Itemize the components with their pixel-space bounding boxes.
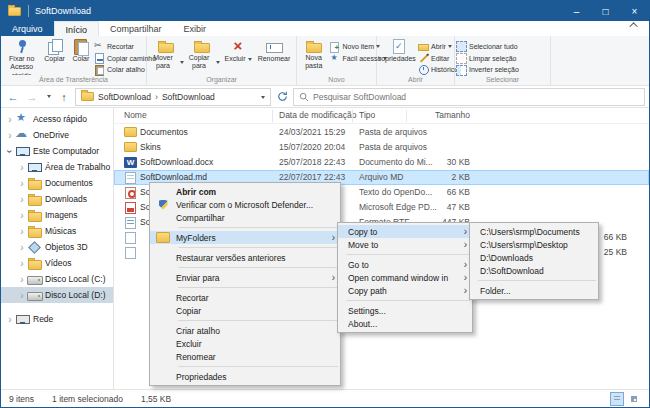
context-menu-item[interactable]: Abrir com xyxy=(150,185,340,198)
submenu-item[interactable]: Copy path xyxy=(338,284,472,297)
submenu-item[interactable] xyxy=(338,297,472,304)
minimize-button[interactable]: – xyxy=(562,1,591,21)
copy-destination-item[interactable]: D:\Downloads xyxy=(470,251,598,264)
rename-button[interactable]: Renomear xyxy=(256,38,292,75)
up-button[interactable]: ↑ xyxy=(56,89,72,105)
sidebar-item[interactable]: Documentos xyxy=(1,175,113,191)
delete-button[interactable]: Excluir xyxy=(220,38,256,75)
sidebar-item[interactable]: Este Computador xyxy=(1,143,113,159)
breadcrumb-segment[interactable]: SoftDownload xyxy=(98,92,151,102)
sidebar-item[interactable]: Disco Local (C:) xyxy=(1,271,113,287)
details-view-button[interactable] xyxy=(610,392,624,406)
submenu-item[interactable]: Move to xyxy=(338,238,472,251)
new-item-button[interactable]: Novo item xyxy=(329,41,375,52)
properties-button[interactable]: Propriedades xyxy=(378,38,418,75)
maximize-button[interactable]: □ xyxy=(591,1,620,21)
context-menu-item[interactable]: Excluir xyxy=(150,337,340,350)
sidebar-item[interactable]: Disco Local (D:) xyxy=(1,287,113,303)
file-row[interactable]: Skins 15/07/2020 20:04 Pasta de arquivos xyxy=(114,140,649,155)
sidebar-item[interactable]: Acesso rápido xyxy=(1,111,113,127)
expand-chevron-icon[interactable] xyxy=(17,258,27,269)
ribbon-tab[interactable]: Arquivo xyxy=(1,21,54,36)
expand-chevron-icon[interactable] xyxy=(5,130,15,141)
expand-chevron-icon[interactable] xyxy=(17,226,27,237)
context-menu-item[interactable]: Recortar xyxy=(150,291,340,304)
paste-button[interactable]: Colar xyxy=(68,38,94,75)
context-menu-item[interactable]: Criar atalho xyxy=(150,324,340,337)
close-button[interactable]: × xyxy=(620,1,649,21)
breadcrumb[interactable]: SoftDownload SoftDownload xyxy=(75,88,271,106)
column-header-name[interactable]: Nome xyxy=(124,110,147,120)
expand-chevron-icon[interactable] xyxy=(17,162,27,173)
ribbon-tab[interactable]: Exibir xyxy=(173,21,218,36)
address-dropdown-caret[interactable] xyxy=(259,92,265,102)
invert-selection-button[interactable]: Inverter seleção xyxy=(456,64,519,75)
sidebar-item[interactable]: Músicas xyxy=(1,223,113,239)
submenu-item[interactable]: About... xyxy=(338,317,472,330)
copy-destination-item[interactable]: C:\Users\srmp\Documents xyxy=(470,225,598,238)
column-header-date[interactable]: Data de modificação xyxy=(279,110,357,120)
edit-button[interactable]: Editar xyxy=(418,53,453,64)
breadcrumb-chevron-icon[interactable] xyxy=(155,92,158,102)
sidebar-item[interactable]: Rede xyxy=(1,311,113,327)
move-to-button[interactable]: Mover para xyxy=(148,38,184,75)
select-all-button[interactable]: Selecionar tudo xyxy=(456,41,519,52)
expand-chevron-icon[interactable] xyxy=(17,274,27,285)
sidebar-item[interactable]: Imagens xyxy=(1,207,113,223)
context-menu-item[interactable]: Verificar com o Microsoft Defender... xyxy=(150,198,340,211)
context-menu-item[interactable] xyxy=(150,284,340,291)
column-header-type[interactable]: Tipo xyxy=(359,110,375,120)
easy-access-button[interactable]: Fácil acesso xyxy=(329,53,375,64)
expand-chevron-icon[interactable] xyxy=(5,114,15,125)
submenu-item[interactable]: Settings... xyxy=(338,304,472,317)
breadcrumb-segment[interactable]: SoftDownload xyxy=(162,92,215,102)
ribbon-tab[interactable]: Início xyxy=(54,21,100,36)
copy-destination-item[interactable] xyxy=(470,277,598,284)
copy-button[interactable]: Copiar xyxy=(41,38,67,75)
back-button[interactable]: ← xyxy=(5,89,21,105)
context-menu-item[interactable] xyxy=(150,363,340,370)
copy-destination-item[interactable]: C:\Users\srmp\Desktop xyxy=(470,238,598,251)
context-menu-item[interactable]: Enviar para xyxy=(150,271,340,284)
expand-chevron-icon[interactable] xyxy=(17,210,27,221)
large-icons-view-button[interactable] xyxy=(627,392,641,406)
collapse-ribbon-icon[interactable] xyxy=(625,22,645,28)
sidebar-item[interactable]: Área de Trabalho xyxy=(1,159,113,175)
column-divider[interactable] xyxy=(406,110,407,122)
open-button[interactable]: Abrir xyxy=(418,41,453,52)
new-folder-button[interactable]: Nova pasta xyxy=(298,38,329,75)
column-divider[interactable] xyxy=(352,110,353,122)
context-menu-item[interactable]: Propriedades xyxy=(150,370,340,383)
context-menu-item[interactable]: Copiar xyxy=(150,304,340,317)
expand-chevron-icon[interactable] xyxy=(5,146,15,157)
submenu-item[interactable]: Go to xyxy=(338,258,472,271)
recent-locations-caret[interactable] xyxy=(43,95,53,98)
search-box[interactable] xyxy=(293,88,645,106)
column-divider[interactable] xyxy=(272,110,273,122)
refresh-icon[interactable] xyxy=(274,89,290,105)
sidebar-item[interactable]: Objetos 3D xyxy=(1,239,113,255)
pin-to-quick-access-button[interactable]: Fixar no Acesso rápido xyxy=(2,38,41,75)
context-menu-item[interactable]: Renomear xyxy=(150,350,340,363)
submenu-item[interactable] xyxy=(338,251,472,258)
file-row[interactable]: Documentos 24/03/2021 15:29 Pasta de arq… xyxy=(114,125,649,140)
expand-chevron-icon[interactable] xyxy=(17,178,27,189)
cut-button[interactable]: Recortar xyxy=(94,41,145,52)
copy-destination-item[interactable]: D:\SoftDownload xyxy=(470,264,598,277)
copy-destination-item[interactable]: Folder... xyxy=(470,284,598,297)
sidebar-item[interactable]: Downloads xyxy=(1,191,113,207)
copy-path-button[interactable]: Copiar caminho xyxy=(94,53,145,64)
expand-chevron-icon[interactable] xyxy=(17,242,27,253)
sidebar-item[interactable]: Vídeos xyxy=(1,255,113,271)
forward-button[interactable]: → xyxy=(24,89,40,105)
context-menu-item[interactable] xyxy=(150,264,340,271)
expand-chevron-icon[interactable] xyxy=(5,314,15,325)
expand-chevron-icon[interactable] xyxy=(17,194,27,205)
context-menu-item[interactable]: Restaurar versões anteriores xyxy=(150,251,340,264)
sidebar-item[interactable]: OneDrive xyxy=(1,127,113,143)
expand-chevron-icon[interactable] xyxy=(17,290,27,301)
column-header-size[interactable]: Tamanho xyxy=(410,110,470,120)
clear-selection-button[interactable]: Limpar seleção xyxy=(456,53,519,64)
paste-shortcut-button[interactable]: Colar atalho xyxy=(94,64,145,75)
history-button[interactable]: Histórico xyxy=(418,64,453,75)
